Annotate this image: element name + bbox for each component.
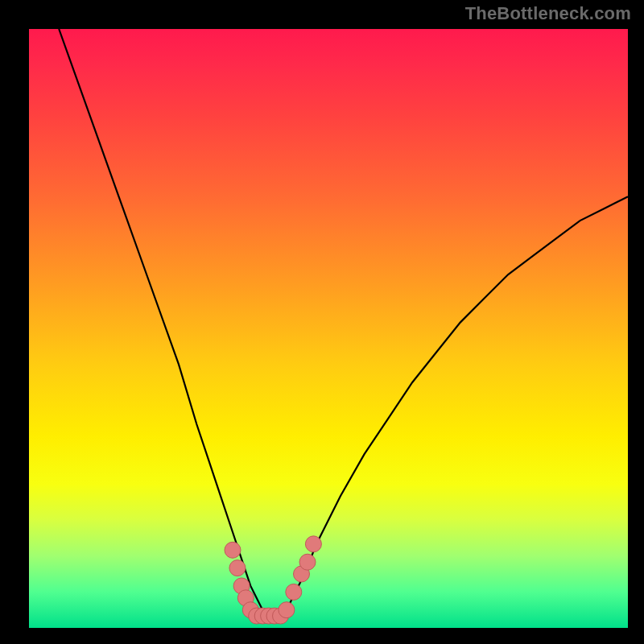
chart-frame: TheBottleneck.com bbox=[0, 0, 644, 644]
chart-plot-area bbox=[29, 29, 628, 628]
curve-marker bbox=[305, 536, 321, 552]
curve-marker bbox=[279, 602, 295, 618]
bottleneck-curve bbox=[59, 29, 628, 616]
curve-marker bbox=[225, 542, 241, 558]
watermark-text: TheBottleneck.com bbox=[465, 3, 631, 24]
chart-svg bbox=[29, 29, 628, 628]
curve-markers bbox=[225, 536, 321, 624]
curve-marker bbox=[299, 554, 316, 570]
curve-marker bbox=[229, 560, 246, 576]
curve-marker bbox=[286, 584, 302, 600]
